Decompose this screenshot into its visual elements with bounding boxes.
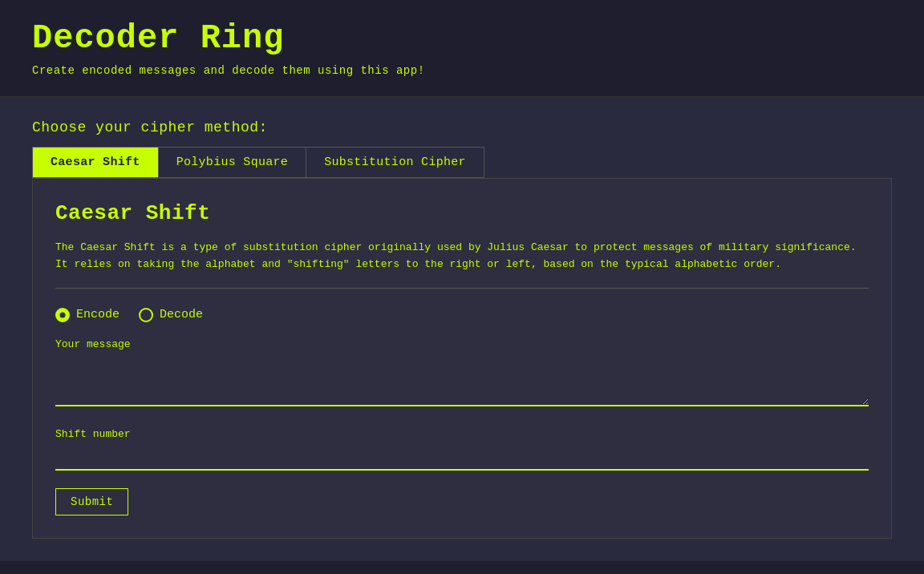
submit-button[interactable]: Submit [55, 488, 128, 515]
encode-option[interactable]: Encode [55, 308, 120, 322]
encode-decode-group: Encode Decode [55, 308, 869, 322]
shift-input-group: Shift number [55, 428, 869, 471]
main-content: Choose your cipher method: Caesar Shift … [0, 97, 924, 561]
decode-option[interactable]: Decode [139, 308, 203, 322]
panel-title: Caesar Shift [55, 201, 869, 225]
message-textarea[interactable] [55, 357, 869, 406]
header: Decoder Ring Create encoded messages and… [0, 0, 924, 97]
shift-input[interactable] [55, 447, 869, 471]
tab-polybius[interactable]: Polybius Square [158, 147, 307, 178]
output-bar: Output: No message as of yet... [0, 561, 924, 574]
cipher-method-label: Choose your cipher method: [32, 119, 892, 135]
encode-label[interactable]: Encode [76, 308, 120, 321]
app-title: Decoder Ring [32, 19, 892, 58]
tab-caesar[interactable]: Caesar Shift [32, 147, 158, 178]
shift-field-label: Shift number [55, 428, 869, 440]
encode-radio[interactable] [55, 308, 70, 322]
app-subtitle: Create encoded messages and decode them … [32, 64, 892, 77]
cipher-description: The Caesar Shift is a type of substituti… [55, 240, 869, 289]
tab-substitution[interactable]: Substitution Cipher [306, 147, 484, 178]
message-field-label: Your message [55, 338, 869, 350]
decode-radio[interactable] [139, 308, 153, 322]
tabs-container: Caesar Shift Polybius Square Substitutio… [32, 147, 892, 178]
app-wrapper: Decoder Ring Create encoded messages and… [0, 0, 924, 574]
decode-label[interactable]: Decode [160, 308, 203, 321]
message-input-group: Your message [55, 338, 869, 410]
caesar-panel: Caesar Shift The Caesar Shift is a type … [32, 178, 892, 539]
